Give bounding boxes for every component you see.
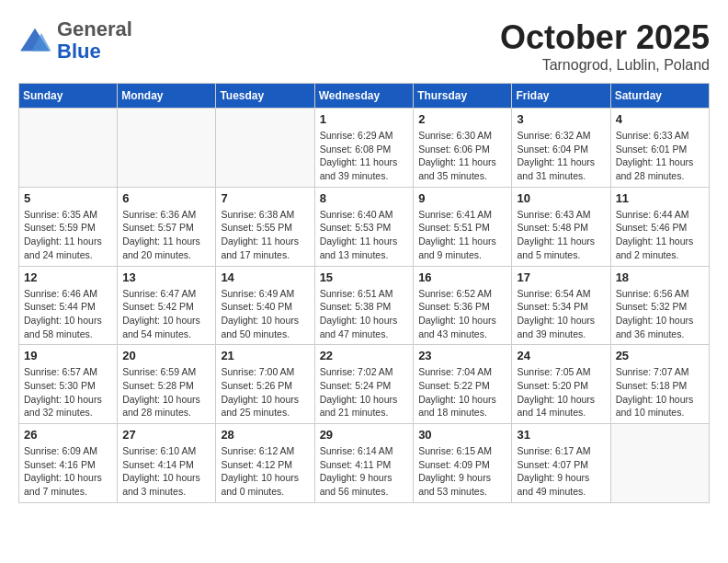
- calendar-cell: 12Sunrise: 6:46 AM Sunset: 5:44 PM Dayli…: [19, 266, 118, 345]
- day-number: 1: [320, 112, 409, 126]
- logo-blue: Blue: [57, 40, 101, 63]
- calendar-cell: [19, 109, 118, 188]
- day-info: Sunrise: 6:30 AM Sunset: 6:06 PM Dayligh…: [418, 129, 506, 183]
- calendar-cell: 2Sunrise: 6:30 AM Sunset: 6:06 PM Daylig…: [414, 109, 512, 188]
- day-info: Sunrise: 6:52 AM Sunset: 5:36 PM Dayligh…: [418, 287, 506, 341]
- day-info: Sunrise: 6:14 AM Sunset: 4:11 PM Dayligh…: [320, 444, 409, 499]
- day-info: Sunrise: 7:07 AM Sunset: 5:18 PM Dayligh…: [616, 365, 704, 419]
- day-number: 3: [517, 112, 605, 126]
- calendar-cell: 16Sunrise: 6:52 AM Sunset: 5:36 PM Dayli…: [414, 266, 512, 345]
- day-number: 15: [320, 270, 409, 284]
- day-number: 8: [320, 191, 409, 205]
- day-number: 22: [320, 349, 409, 362]
- calendar-cell: 22Sunrise: 7:02 AM Sunset: 5:24 PM Dayli…: [314, 345, 414, 424]
- day-info: Sunrise: 7:05 AM Sunset: 5:20 PM Dayligh…: [517, 365, 605, 419]
- day-number: 27: [122, 428, 210, 442]
- page-header: General Blue October 2025 Tarnogrod, Lub…: [18, 18, 710, 74]
- day-info: Sunrise: 6:10 AM Sunset: 4:14 PM Dayligh…: [122, 444, 210, 499]
- day-info: Sunrise: 7:02 AM Sunset: 5:24 PM Dayligh…: [320, 365, 409, 419]
- day-number: 28: [221, 428, 309, 442]
- weekday-header: Sunday: [19, 84, 118, 109]
- week-row: 1Sunrise: 6:29 AM Sunset: 6:08 PM Daylig…: [19, 109, 710, 188]
- calendar-cell: 4Sunrise: 6:33 AM Sunset: 6:01 PM Daylig…: [610, 109, 709, 188]
- weekday-header: Tuesday: [216, 84, 314, 109]
- weekday-header: Monday: [118, 84, 216, 109]
- calendar-cell: 20Sunrise: 6:59 AM Sunset: 5:28 PM Dayli…: [118, 345, 216, 424]
- day-info: Sunrise: 6:29 AM Sunset: 6:08 PM Dayligh…: [320, 129, 409, 183]
- day-info: Sunrise: 6:09 AM Sunset: 4:16 PM Dayligh…: [24, 444, 112, 499]
- weekday-header: Friday: [512, 84, 610, 109]
- day-number: 26: [24, 428, 112, 442]
- calendar-cell: 21Sunrise: 7:00 AM Sunset: 5:26 PM Dayli…: [216, 345, 314, 424]
- day-info: Sunrise: 6:47 AM Sunset: 5:42 PM Dayligh…: [122, 287, 210, 341]
- logo-icon: [18, 27, 51, 54]
- calendar-cell: 5Sunrise: 6:35 AM Sunset: 5:59 PM Daylig…: [19, 187, 118, 266]
- day-number: 29: [320, 428, 409, 442]
- day-number: 7: [221, 191, 309, 205]
- day-number: 9: [418, 191, 506, 205]
- calendar-cell: 1Sunrise: 6:29 AM Sunset: 6:08 PM Daylig…: [314, 109, 414, 188]
- day-number: 24: [517, 349, 605, 362]
- day-number: 2: [418, 112, 506, 126]
- logo-general: General: [57, 17, 132, 40]
- day-number: 5: [24, 191, 112, 205]
- calendar: SundayMondayTuesdayWednesdayThursdayFrid…: [18, 83, 710, 503]
- calendar-cell: 27Sunrise: 6:10 AM Sunset: 4:14 PM Dayli…: [118, 424, 216, 503]
- week-row: 26Sunrise: 6:09 AM Sunset: 4:16 PM Dayli…: [19, 424, 710, 503]
- calendar-cell: 24Sunrise: 7:05 AM Sunset: 5:20 PM Dayli…: [512, 345, 610, 424]
- calendar-cell: 31Sunrise: 6:17 AM Sunset: 4:07 PM Dayli…: [512, 424, 610, 503]
- weekday-header: Thursday: [414, 84, 512, 109]
- weekday-header: Wednesday: [314, 84, 414, 109]
- day-info: Sunrise: 6:54 AM Sunset: 5:34 PM Dayligh…: [517, 287, 605, 341]
- day-info: Sunrise: 6:36 AM Sunset: 5:57 PM Dayligh…: [122, 208, 210, 262]
- calendar-cell: 28Sunrise: 6:12 AM Sunset: 4:12 PM Dayli…: [216, 424, 314, 503]
- calendar-cell: 17Sunrise: 6:54 AM Sunset: 5:34 PM Dayli…: [512, 266, 610, 345]
- location: Tarnogrod, Lublin, Poland: [500, 57, 710, 74]
- calendar-cell: 9Sunrise: 6:41 AM Sunset: 5:51 PM Daylig…: [414, 187, 512, 266]
- day-info: Sunrise: 6:12 AM Sunset: 4:12 PM Dayligh…: [221, 444, 309, 499]
- day-info: Sunrise: 6:44 AM Sunset: 5:46 PM Dayligh…: [616, 208, 704, 262]
- day-number: 14: [221, 270, 309, 284]
- day-number: 10: [517, 191, 605, 205]
- day-info: Sunrise: 6:46 AM Sunset: 5:44 PM Dayligh…: [24, 287, 112, 341]
- day-info: Sunrise: 6:41 AM Sunset: 5:51 PM Dayligh…: [418, 208, 506, 262]
- day-info: Sunrise: 6:57 AM Sunset: 5:30 PM Dayligh…: [24, 365, 112, 419]
- calendar-cell: [610, 424, 709, 503]
- calendar-cell: 3Sunrise: 6:32 AM Sunset: 6:04 PM Daylig…: [512, 109, 610, 188]
- day-info: Sunrise: 6:40 AM Sunset: 5:53 PM Dayligh…: [320, 208, 409, 262]
- calendar-cell: [216, 109, 314, 188]
- week-row: 12Sunrise: 6:46 AM Sunset: 5:44 PM Dayli…: [19, 266, 710, 345]
- calendar-cell: 25Sunrise: 7:07 AM Sunset: 5:18 PM Dayli…: [610, 345, 709, 424]
- week-row: 5Sunrise: 6:35 AM Sunset: 5:59 PM Daylig…: [19, 187, 710, 266]
- calendar-cell: 6Sunrise: 6:36 AM Sunset: 5:57 PM Daylig…: [118, 187, 216, 266]
- day-number: 12: [24, 270, 112, 284]
- day-number: 19: [24, 349, 112, 362]
- day-info: Sunrise: 6:43 AM Sunset: 5:48 PM Dayligh…: [517, 208, 605, 262]
- calendar-cell: 13Sunrise: 6:47 AM Sunset: 5:42 PM Dayli…: [118, 266, 216, 345]
- calendar-cell: 23Sunrise: 7:04 AM Sunset: 5:22 PM Dayli…: [414, 345, 512, 424]
- day-info: Sunrise: 7:04 AM Sunset: 5:22 PM Dayligh…: [418, 365, 506, 419]
- day-number: 25: [616, 349, 704, 362]
- day-number: 13: [122, 270, 210, 284]
- week-row: 19Sunrise: 6:57 AM Sunset: 5:30 PM Dayli…: [19, 345, 710, 424]
- day-info: Sunrise: 6:56 AM Sunset: 5:32 PM Dayligh…: [616, 287, 704, 341]
- day-number: 31: [517, 428, 605, 442]
- calendar-cell: 29Sunrise: 6:14 AM Sunset: 4:11 PM Dayli…: [314, 424, 414, 503]
- calendar-cell: 14Sunrise: 6:49 AM Sunset: 5:40 PM Dayli…: [216, 266, 314, 345]
- calendar-cell: 18Sunrise: 6:56 AM Sunset: 5:32 PM Dayli…: [610, 266, 709, 345]
- day-number: 4: [616, 112, 704, 126]
- calendar-cell: 15Sunrise: 6:51 AM Sunset: 5:38 PM Dayli…: [314, 266, 414, 345]
- calendar-cell: 26Sunrise: 6:09 AM Sunset: 4:16 PM Dayli…: [19, 424, 118, 503]
- logo: General Blue: [18, 18, 132, 63]
- day-number: 17: [517, 270, 605, 284]
- weekday-header: Saturday: [610, 84, 709, 109]
- calendar-cell: 19Sunrise: 6:57 AM Sunset: 5:30 PM Dayli…: [19, 345, 118, 424]
- day-info: Sunrise: 6:15 AM Sunset: 4:09 PM Dayligh…: [418, 444, 506, 499]
- day-number: 18: [616, 270, 704, 284]
- day-number: 16: [418, 270, 506, 284]
- day-info: Sunrise: 6:38 AM Sunset: 5:55 PM Dayligh…: [221, 208, 309, 262]
- day-info: Sunrise: 6:17 AM Sunset: 4:07 PM Dayligh…: [517, 444, 605, 499]
- day-info: Sunrise: 6:49 AM Sunset: 5:40 PM Dayligh…: [221, 287, 309, 341]
- day-info: Sunrise: 6:59 AM Sunset: 5:28 PM Dayligh…: [122, 365, 210, 419]
- day-number: 23: [418, 349, 506, 362]
